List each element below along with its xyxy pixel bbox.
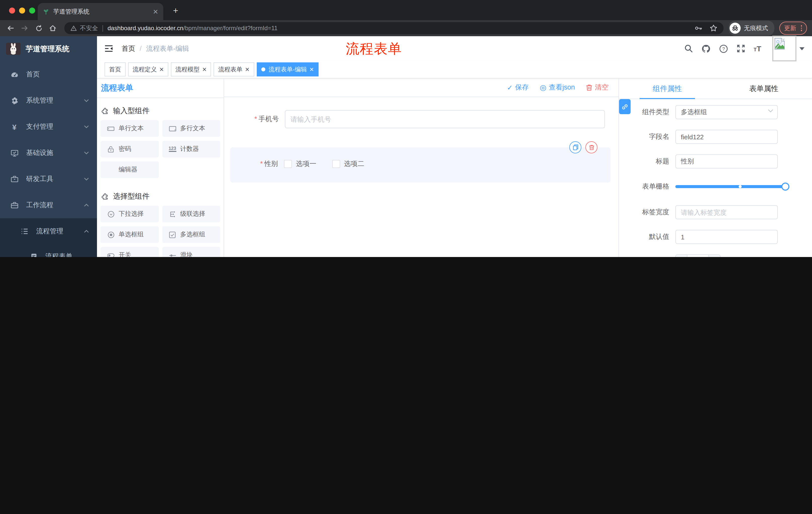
component-slider[interactable]: 滑块 [162, 247, 220, 257]
component-checkbox-group[interactable]: 多选框组 [162, 226, 220, 243]
drawer-handle-link-icon[interactable] [619, 99, 631, 114]
fullscreen-icon[interactable] [736, 44, 745, 53]
new-tab-button[interactable]: ＋ [171, 4, 180, 16]
breadcrumb-current: 流程表单-编辑 [146, 44, 189, 53]
gender-checkbox-option1[interactable]: 选项一 [284, 159, 316, 168]
home-icon[interactable] [46, 22, 59, 35]
briefcase-icon [10, 202, 19, 209]
sidebar: 芋道管理系统 首页 系统管理 ¥ 支付管理 [0, 36, 97, 257]
sidebar-item-payment[interactable]: ¥ 支付管理 [0, 114, 97, 140]
minimize-window-button[interactable] [19, 7, 25, 13]
url-path[interactable]: /bpm/manager/form/edit?formId=11 [183, 25, 278, 32]
url-host[interactable]: dashboard.yudao.iocoder.cn [108, 25, 183, 32]
tag-close-icon[interactable]: ✕ [309, 66, 314, 73]
label-width-input[interactable] [675, 205, 778, 219]
tab-component-props[interactable]: 组件属性 [619, 78, 716, 99]
save-button[interactable]: ✓ 保存 [507, 83, 529, 92]
help-icon[interactable]: ? [719, 44, 728, 53]
component-multi-text[interactable]: 多行文本 [162, 120, 220, 137]
field-name-input[interactable] [675, 130, 778, 144]
phone-field-label: *手机号 [230, 115, 285, 124]
sidebar-item-infra[interactable]: 基础设施 [0, 140, 97, 166]
component-select[interactable]: 下拉选择 [100, 206, 158, 222]
dashboard-icon [10, 71, 19, 78]
app-logo: 芋道管理系统 [0, 36, 97, 61]
tag-process-model[interactable]: 流程模型✕ [171, 62, 211, 77]
stepper-increase-button[interactable]: ＋ [709, 255, 720, 257]
address-bar[interactable]: 不安全 dashboard.yudao.iocoder.cn /bpm/mana… [64, 22, 723, 34]
check-icon: ✓ [507, 83, 513, 91]
tag-process-form[interactable]: 流程表单✕ [214, 62, 254, 77]
bookmark-star-icon[interactable] [709, 24, 717, 32]
github-icon[interactable] [701, 44, 710, 53]
component-password[interactable]: 密码 [100, 141, 158, 157]
breadcrumb-home[interactable]: 首页 [122, 44, 135, 53]
tag-process-form-edit[interactable]: 流程表单-编辑✕ [257, 62, 318, 77]
sidebar-item-workflow[interactable]: 工作流程 [0, 192, 97, 218]
font-size-icon[interactable]: TT [753, 44, 761, 53]
tag-home[interactable]: 首页 [105, 62, 126, 77]
tab-close-icon[interactable]: ✕ [153, 8, 158, 15]
avatar-caret-icon[interactable] [800, 47, 805, 50]
browser-update-button[interactable]: 更新 [779, 22, 807, 35]
not-secure-warning-icon[interactable] [70, 25, 77, 31]
delete-field-button[interactable] [585, 141, 598, 154]
close-window-button[interactable] [9, 7, 15, 13]
switch-icon [107, 253, 115, 257]
component-single-text[interactable]: 单行文本 [100, 120, 158, 137]
sidebar-item-process-mgmt[interactable]: 流程管理 [0, 218, 97, 244]
checkbox-icon[interactable] [284, 160, 292, 168]
phone-input[interactable] [285, 110, 605, 128]
tag-close-icon[interactable]: ✕ [245, 66, 250, 73]
canvas-body[interactable]: *手机号 [224, 97, 618, 257]
tag-process-definition[interactable]: 流程定义✕ [128, 62, 168, 77]
zoom-window-button[interactable] [29, 7, 35, 13]
canvas-field-gender-selected[interactable]: *性别 选项一 选项二 [230, 147, 610, 183]
component-radio-group[interactable]: 单选框组 [100, 226, 158, 243]
back-icon[interactable] [4, 22, 17, 35]
textarea-icon [169, 126, 176, 132]
gender-checkbox-option2[interactable]: 选项二 [332, 159, 364, 168]
sidebar-item-system[interactable]: 系统管理 [0, 87, 97, 114]
trash-icon [586, 84, 592, 91]
clear-button[interactable]: 清空 [586, 83, 609, 92]
app-header: 首页 / 流程表单-编辑 流程表单 ? [97, 36, 812, 61]
grid-slider[interactable] [675, 185, 785, 188]
incognito-badge: 无痕模式 [728, 21, 774, 36]
chevron-down-icon [84, 125, 89, 128]
field-name-label: 字段名 [619, 132, 675, 141]
tag-close-icon[interactable]: ✕ [159, 66, 164, 73]
canvas-field-phone[interactable]: *手机号 [230, 110, 610, 128]
avatar[interactable] [772, 36, 796, 61]
default-value-input[interactable] [675, 230, 778, 244]
checkbox-icon[interactable] [332, 160, 340, 168]
password-key-icon[interactable] [694, 25, 702, 32]
forward-icon[interactable] [18, 22, 31, 35]
tag-close-icon[interactable]: ✕ [202, 66, 206, 73]
update-label[interactable]: 更新 [784, 24, 796, 32]
browser-tab[interactable]: 芋道管理系统 ✕ [38, 3, 163, 20]
reload-icon[interactable] [32, 22, 45, 35]
security-label[interactable]: 不安全 [80, 24, 98, 32]
search-icon[interactable] [684, 44, 693, 53]
stepper-decrease-button[interactable]: − [676, 255, 687, 257]
component-type-select[interactable]: 多选框组 [675, 105, 778, 119]
counter-icon: 123 [169, 146, 176, 152]
sidebar-item-devtools[interactable]: 研发工具 [0, 166, 97, 192]
canvas-toolbar: ✓ 保存 ◎ 查看json 清空 [224, 78, 618, 97]
copy-field-button[interactable] [569, 141, 581, 154]
browser-menu-icon[interactable] [801, 25, 802, 31]
component-counter[interactable]: 123 计数器 [162, 141, 220, 157]
component-switch[interactable]: 开关 [100, 247, 158, 257]
sidebar-item-home[interactable]: 首页 [0, 61, 97, 87]
component-cascader[interactable]: 级联选择 [162, 206, 220, 222]
tab-form-props[interactable]: 表单属性 [716, 78, 812, 99]
slider-handle[interactable] [781, 183, 789, 191]
checkbox-icon [169, 231, 176, 238]
component-editor[interactable]: 编辑器 [100, 161, 158, 178]
sidebar-item-process-form[interactable]: 流程表单 [0, 244, 97, 257]
title-input[interactable] [675, 154, 778, 168]
view-json-button[interactable]: ◎ 查看json [540, 83, 575, 92]
min-select-value[interactable]: 至少应选 [687, 255, 709, 257]
collapse-sidebar-icon[interactable] [105, 45, 113, 52]
